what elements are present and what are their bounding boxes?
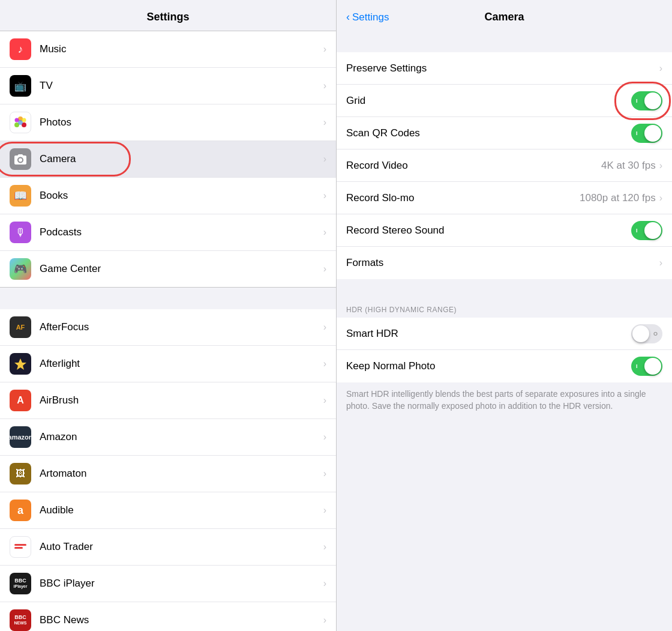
grid-toggle[interactable]: I xyxy=(631,91,662,110)
afterfocus-icon: AF xyxy=(10,316,31,338)
top-divider xyxy=(337,31,672,52)
chevron-icon: › xyxy=(323,154,326,165)
chevron-icon: › xyxy=(659,258,662,268)
sidebar-item-books[interactable]: 📖 Books › xyxy=(0,178,336,214)
chevron-icon: › xyxy=(323,432,326,442)
photos-label: Photos xyxy=(40,116,323,128)
chevron-icon: › xyxy=(323,117,326,128)
hdr-section-label: HDR (HIGH DYNAMIC RANGE) xyxy=(337,301,672,318)
amazon-icon: amazon xyxy=(10,426,31,448)
autotrader-icon xyxy=(10,536,31,558)
gamecenter-label: Game Center xyxy=(40,263,323,275)
record-stereo-toggle[interactable]: I xyxy=(631,221,662,240)
bbcnews-icon: BBC NEWS xyxy=(10,609,31,631)
toggle-knob xyxy=(644,92,661,109)
page-title: Camera xyxy=(484,11,524,23)
podcasts-label: Podcasts xyxy=(40,226,323,238)
sidebar-item-bbciplayer[interactable]: BBC iPlayer BBC iPlayer › xyxy=(0,566,336,602)
music-icon: ♪ xyxy=(10,38,31,60)
sidebar-item-music[interactable]: ♪ Music › xyxy=(0,31,336,68)
chevron-icon: › xyxy=(323,358,326,369)
chevron-icon: › xyxy=(323,542,326,552)
music-label: Music xyxy=(40,43,323,55)
sidebar-item-afterlight[interactable]: Afterlight › xyxy=(0,346,336,382)
record-video-item[interactable]: Record Video 4K at 30 fps › xyxy=(337,149,672,182)
sidebar-item-airbrush[interactable]: A AirBrush › xyxy=(0,382,336,419)
main-settings-list: ♪ Music › 📺 TV › xyxy=(0,31,336,288)
chevron-icon: › xyxy=(323,44,326,55)
artomaton-label: Artomaton xyxy=(40,468,323,480)
grid-toggle-wrap: I xyxy=(631,91,662,110)
left-panel: Settings ♪ Music › 📺 TV › xyxy=(0,0,336,631)
toggle-on-label: I xyxy=(636,130,638,136)
chevron-icon: › xyxy=(323,264,326,274)
toggle-on-label: I xyxy=(636,228,638,234)
sidebar-item-podcasts[interactable]: 🎙 Podcasts › xyxy=(0,214,336,251)
hdr-description: Smart HDR intelligently blends the best … xyxy=(337,382,672,421)
scan-qr-label: Scan QR Codes xyxy=(346,127,631,139)
chevron-icon: › xyxy=(323,395,326,406)
grid-label: Grid xyxy=(346,95,631,107)
artomaton-icon: 🖼 xyxy=(10,463,31,485)
svg-rect-8 xyxy=(14,544,26,546)
left-panel-header: Settings xyxy=(0,0,336,31)
sidebar-item-photos[interactable]: Photos › xyxy=(0,104,336,141)
grid-item[interactable]: Grid I xyxy=(337,85,672,117)
airbrush-icon: A xyxy=(10,390,31,411)
scan-qr-toggle[interactable]: I xyxy=(631,124,662,143)
preserve-settings-item[interactable]: Preserve Settings › xyxy=(337,52,672,85)
sidebar-item-audible[interactable]: a Audible › xyxy=(0,492,336,529)
right-header: ‹ Settings Camera xyxy=(337,0,672,31)
books-icon: 📖 xyxy=(10,185,31,207)
sidebar-item-amazon[interactable]: amazon Amazon › xyxy=(0,419,336,456)
back-chevron-icon: ‹ xyxy=(346,11,350,23)
sidebar-item-autotrader[interactable]: Auto Trader › xyxy=(0,529,336,566)
gamecenter-icon: 🎮 xyxy=(10,258,31,280)
right-panel: ‹ Settings Camera Preserve Settings › Gr… xyxy=(336,0,672,631)
formats-item[interactable]: Formats › xyxy=(337,247,672,279)
hdr-divider xyxy=(337,279,672,301)
audible-label: Audible xyxy=(40,504,323,516)
record-slomo-item[interactable]: Record Slo-mo 1080p at 120 fps › xyxy=(337,182,672,214)
toggle-knob xyxy=(644,358,661,375)
chevron-icon: › xyxy=(323,468,326,479)
svg-point-4 xyxy=(15,118,19,122)
right-content: Preserve Settings › Grid I Scan QR Codes xyxy=(337,31,672,631)
bbcnews-label: BBC News xyxy=(40,614,323,626)
afterlight-icon xyxy=(10,353,31,375)
keep-normal-toggle[interactable]: I xyxy=(631,357,662,376)
svg-point-5 xyxy=(22,118,26,122)
audible-icon: a xyxy=(10,500,31,521)
chevron-icon: › xyxy=(323,227,326,238)
tv-label: TV xyxy=(40,80,323,92)
autotrader-label: Auto Trader xyxy=(40,541,323,553)
back-button[interactable]: ‹ Settings xyxy=(346,11,389,23)
toggle-on-label: I xyxy=(636,363,638,369)
chevron-icon: › xyxy=(659,160,662,171)
smart-hdr-item[interactable]: Smart HDR O xyxy=(337,318,672,350)
formats-label: Formats xyxy=(346,257,659,269)
record-video-label: Record Video xyxy=(346,160,601,172)
record-stereo-item[interactable]: Record Stereo Sound I xyxy=(337,214,672,247)
sidebar-item-gamecenter[interactable]: 🎮 Game Center › xyxy=(0,251,336,287)
svg-rect-9 xyxy=(14,547,23,549)
airbrush-label: AirBrush xyxy=(40,394,323,406)
sidebar-item-artomaton[interactable]: 🖼 Artomaton › xyxy=(0,456,336,492)
afterlight-label: Afterlight xyxy=(40,358,323,370)
record-stereo-label: Record Stereo Sound xyxy=(346,225,631,237)
sidebar-item-camera[interactable]: Camera › xyxy=(0,141,336,178)
chevron-icon: › xyxy=(323,505,326,516)
section-gap xyxy=(0,288,336,309)
scan-qr-item[interactable]: Scan QR Codes I xyxy=(337,117,672,149)
sidebar-item-tv[interactable]: 📺 TV › xyxy=(0,68,336,104)
sidebar-item-bbcnews[interactable]: BBC NEWS BBC News › xyxy=(0,602,336,631)
smart-hdr-toggle[interactable]: O xyxy=(631,324,662,343)
keep-normal-item[interactable]: Keep Normal Photo I xyxy=(337,350,672,382)
record-video-value: 4K at 30 fps xyxy=(601,160,656,172)
record-slomo-value: 1080p at 120 fps xyxy=(580,192,656,204)
podcasts-icon: 🎙 xyxy=(10,222,31,243)
chevron-icon: › xyxy=(323,190,326,201)
sidebar-item-afterfocus[interactable]: AF AfterFocus › xyxy=(0,309,336,346)
third-party-list: AF AfterFocus › Afterlight › A AirBrush … xyxy=(0,309,336,631)
bbciplayer-label: BBC iPlayer xyxy=(40,578,323,590)
